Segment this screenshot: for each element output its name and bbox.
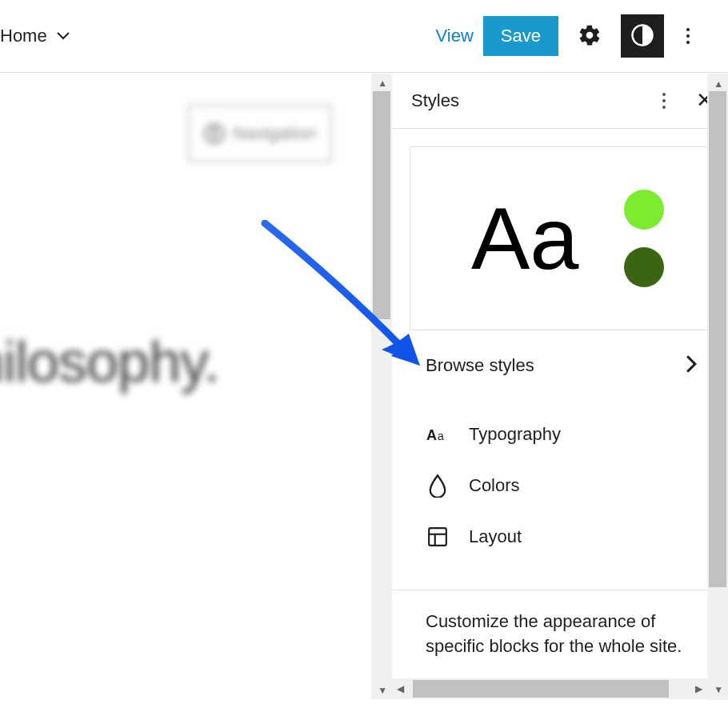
color-swatches (624, 190, 664, 287)
scroll-up-icon[interactable]: ▲ (714, 78, 723, 90)
canvas-vertical-scrollbar[interactable]: ▲ ▼ (371, 74, 392, 699)
main-area: Navigation hilosophy. ▲ ▼ Styles ✕ Aa (0, 72, 728, 699)
more-vertical-icon (662, 93, 666, 109)
scrollbar-thumb[interactable] (413, 680, 669, 698)
typography-sample: Aa (471, 194, 579, 282)
styles-panel-body: Aa Browse styles Aa Typography (392, 146, 728, 659)
scroll-left-icon[interactable]: ◀ (397, 683, 404, 694)
divider (392, 590, 728, 590)
toolbar-actions: View Save (436, 14, 702, 58)
scrollbar-thumb[interactable] (373, 91, 390, 319)
gear-icon (578, 23, 602, 50)
chevron-right-icon (685, 354, 698, 377)
scroll-up-icon[interactable]: ▲ (378, 78, 387, 88)
scroll-down-icon[interactable]: ▼ (378, 686, 387, 695)
scroll-right-icon[interactable]: ▶ (695, 683, 702, 694)
menu-item-colors[interactable]: Colors (426, 460, 728, 511)
svg-text:A: A (426, 427, 437, 443)
menu-item-typography[interactable]: Aa Typography (426, 409, 728, 460)
contrast-icon (630, 23, 654, 50)
swatch-primary (624, 190, 664, 230)
styles-panel-header: Styles ✕ (392, 73, 728, 129)
svg-text:a: a (438, 430, 444, 442)
navigation-block[interactable]: Navigation (188, 105, 332, 162)
navigation-block-label: Navigation (233, 123, 316, 144)
styles-menu-list: Aa Typography Colors Layout (392, 390, 728, 582)
navigation-icon (204, 123, 225, 144)
canvas-heading-text: hilosophy. (0, 329, 219, 394)
browse-styles-label: Browse styles (426, 355, 534, 376)
styles-panel: Styles ✕ Aa Browse styles (392, 72, 728, 699)
panel-horizontal-scrollbar[interactable]: ◀ ▶ (392, 678, 707, 699)
swatch-secondary (624, 247, 664, 287)
style-preview-card[interactable]: Aa (410, 146, 728, 330)
editor-canvas-wrap: Navigation hilosophy. ▲ ▼ (0, 72, 392, 699)
menu-item-label: Layout (469, 526, 522, 547)
breadcrumb[interactable]: Home (0, 26, 71, 46)
colors-icon (426, 474, 450, 498)
chevron-down-icon[interactable] (55, 31, 71, 41)
menu-item-label: Typography (469, 424, 561, 445)
more-vertical-icon (686, 28, 690, 44)
settings-button[interactable] (568, 14, 611, 58)
editor-canvas[interactable]: Navigation hilosophy. (0, 73, 392, 699)
view-link[interactable]: View (436, 26, 474, 46)
styles-panel-title: Styles (411, 90, 459, 111)
top-toolbar: Home View Save (0, 0, 728, 72)
typography-icon: Aa (426, 422, 450, 446)
layout-icon (426, 525, 450, 549)
styles-toggle-button[interactable] (621, 14, 664, 58)
panel-vertical-scrollbar[interactable]: ▲ ▼ (707, 74, 728, 700)
breadcrumb-home[interactable]: Home (0, 26, 47, 46)
panel-more-button[interactable] (654, 91, 674, 110)
menu-item-layout[interactable]: Layout (426, 511, 728, 562)
save-button[interactable]: Save (483, 16, 558, 56)
svg-rect-3 (429, 528, 446, 546)
blocks-description: Customize the appearance of specific blo… (392, 610, 728, 659)
scrollbar-thumb[interactable] (709, 91, 726, 587)
menu-item-label: Colors (469, 475, 520, 496)
more-options-button[interactable] (674, 14, 702, 58)
browse-styles-row[interactable]: Browse styles (392, 330, 728, 390)
scroll-down-icon[interactable]: ▼ (714, 684, 723, 695)
